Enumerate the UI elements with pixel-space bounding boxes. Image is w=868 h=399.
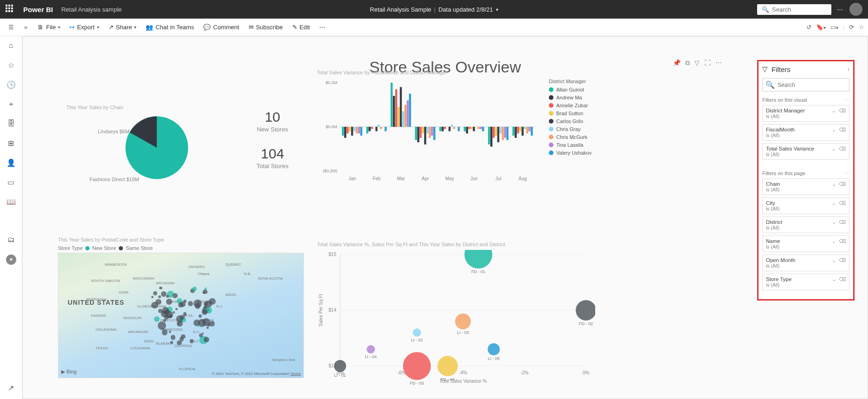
filters-search-input[interactable]	[778, 82, 846, 88]
legend-item[interactable]: Andrew Ma	[549, 95, 592, 100]
chevron-down-icon[interactable]: ⌄	[832, 276, 836, 282]
section-more-icon[interactable]: ⋯	[844, 170, 849, 177]
map-terms-link[interactable]: Terms	[290, 372, 301, 376]
more-toolbar-icon[interactable]: ⋯	[315, 22, 329, 33]
share-menu[interactable]: ↗Share▾	[105, 22, 141, 33]
refresh-icon[interactable]: ⟳	[849, 24, 854, 31]
map-bubble[interactable]	[195, 303, 200, 309]
legend-item[interactable]: Valery Ushakov	[549, 150, 592, 156]
clear-filter-icon[interactable]: ⌫	[839, 127, 846, 133]
home-icon[interactable]: ⌂	[6, 41, 16, 50]
map-bubble[interactable]	[163, 319, 166, 322]
filters-collapse-icon[interactable]: ›	[848, 66, 849, 72]
map-bubble[interactable]	[175, 308, 178, 310]
section-more-icon[interactable]: ⋯	[844, 97, 849, 103]
map-bubble[interactable]	[151, 296, 154, 298]
map-bubble[interactable]	[206, 327, 209, 329]
map-tile[interactable]: This Year Sales by PostalCode and Store …	[58, 237, 304, 378]
clear-filter-icon[interactable]: ⌫	[839, 108, 846, 114]
map-bubble[interactable]	[161, 291, 166, 296]
map-bubble[interactable]	[154, 316, 160, 322]
filter-icon[interactable]: ▽	[694, 59, 700, 67]
filter-card[interactable]: District Manageris (All)⌄⌫	[762, 105, 849, 122]
map-bubble[interactable]	[158, 295, 161, 298]
favorites-icon[interactable]: ☆	[6, 60, 16, 70]
apps-icon[interactable]: ⊞	[6, 138, 16, 148]
map-bubble[interactable]	[176, 315, 183, 322]
clear-filter-icon[interactable]: ⌫	[839, 257, 846, 263]
chevron-down-icon[interactable]: ⌄	[832, 238, 836, 244]
map-bubble[interactable]	[205, 301, 212, 308]
deployment-icon[interactable]: ✶	[6, 255, 16, 265]
bookmark-icon[interactable]: 🔖▾	[816, 24, 826, 31]
map-bubble[interactable]	[159, 287, 162, 290]
global-search-input[interactable]	[772, 6, 827, 13]
chevron-down-icon[interactable]: ⌄	[832, 108, 836, 114]
legend-item[interactable]: Tina Lassila	[549, 142, 592, 148]
map-bubble[interactable]	[204, 337, 209, 342]
create-icon[interactable]: ＋	[6, 99, 16, 109]
legend-item[interactable]: Carlos Grilo	[549, 118, 592, 124]
scatter-chart-tile[interactable]: Total Sales Variance %, Sales Per Sq Ft …	[317, 242, 600, 381]
workspace-switch-icon[interactable]: 🗂	[6, 235, 16, 244]
chat-teams-button[interactable]: 👥Chat in Teams	[142, 22, 198, 33]
map-bubble[interactable]	[209, 321, 215, 327]
map-bubble[interactable]	[173, 311, 175, 314]
breadcrumb[interactable]: Retail Analysis sample	[61, 6, 122, 13]
map-bubble[interactable]	[177, 340, 182, 346]
recent-icon[interactable]: 🕓	[6, 80, 16, 89]
clear-filter-icon[interactable]: ⌫	[839, 181, 846, 187]
legend-item[interactable]: Annelie Zubar	[549, 103, 592, 108]
map-bubble[interactable]	[166, 299, 172, 305]
map-bubble[interactable]	[183, 312, 187, 316]
legend-item[interactable]: Allan Guinot	[549, 87, 592, 92]
clear-filter-icon[interactable]: ⌫	[839, 146, 846, 152]
expand-icon[interactable]: ↗	[6, 383, 16, 392]
expand-chevron-icon[interactable]: »	[19, 21, 32, 33]
map-visual[interactable]: UNITED STATES MINNESOTAWISCONSINMICHIGAN…	[58, 253, 304, 378]
map-bubble[interactable]	[162, 329, 167, 335]
copy-icon[interactable]: ⧉	[685, 59, 690, 67]
filter-card[interactable]: Total Sales Varianceis (All)⌄⌫	[762, 143, 849, 160]
filter-card[interactable]: Chainis (All)⌄⌫	[762, 178, 849, 195]
export-menu[interactable]: ↦Export▾	[66, 22, 103, 33]
more-menu-icon[interactable]: ⋯	[837, 6, 844, 13]
focus-icon[interactable]: ⛶	[704, 59, 711, 67]
map-bubble[interactable]	[190, 339, 194, 343]
chevron-down-icon[interactable]: ⌄	[832, 219, 836, 225]
map-bubble[interactable]	[199, 314, 202, 318]
pie-chart-tile[interactable]: This Year Sales by Chain Lindseys $6M Fa…	[62, 105, 219, 183]
map-bubble[interactable]	[169, 331, 171, 333]
pin-icon[interactable]: 📌	[673, 59, 681, 67]
map-bubble[interactable]	[151, 302, 158, 309]
chevron-down-icon[interactable]: ▾	[496, 7, 498, 12]
chevron-down-icon[interactable]: ⌄	[832, 200, 836, 206]
map-bubble[interactable]	[166, 295, 169, 298]
map-bubble[interactable]	[205, 288, 207, 290]
map-bubble[interactable]	[173, 293, 178, 298]
map-bubble[interactable]	[193, 287, 197, 291]
filters-search[interactable]: 🔍	[762, 78, 849, 92]
map-bubble[interactable]	[202, 309, 207, 314]
legend-item[interactable]: Brad Sutton	[549, 111, 592, 116]
reset-icon[interactable]: ↺	[806, 24, 811, 31]
subscribe-button[interactable]: ✉Subscribe	[245, 22, 287, 33]
favorite-star-icon[interactable]: ☆	[859, 24, 864, 31]
map-bubble[interactable]	[188, 301, 193, 306]
map-bubble[interactable]	[198, 319, 206, 327]
legend-item[interactable]: Chris Gray	[549, 126, 592, 132]
learn-icon[interactable]: ▭	[6, 177, 16, 187]
chevron-down-icon[interactable]: ⌄	[832, 181, 836, 187]
filter-card[interactable]: FiscalMonthis (All)⌄⌫	[762, 124, 849, 141]
legend-item[interactable]: Chris McGurk	[549, 134, 592, 140]
app-launcher-icon[interactable]	[6, 5, 15, 14]
shared-icon[interactable]: 👤	[6, 158, 16, 167]
global-search[interactable]: 🔍	[757, 4, 831, 15]
clear-filter-icon[interactable]: ⌫	[839, 200, 846, 206]
filter-card[interactable]: Open Monthis (All)⌄⌫	[762, 255, 849, 271]
clear-filter-icon[interactable]: ⌫	[839, 238, 846, 244]
map-bubble[interactable]	[164, 309, 169, 314]
clear-filter-icon[interactable]: ⌫	[839, 276, 846, 282]
chevron-down-icon[interactable]: ⌄	[832, 127, 836, 133]
visual-more-icon[interactable]: ⋯	[715, 59, 722, 67]
